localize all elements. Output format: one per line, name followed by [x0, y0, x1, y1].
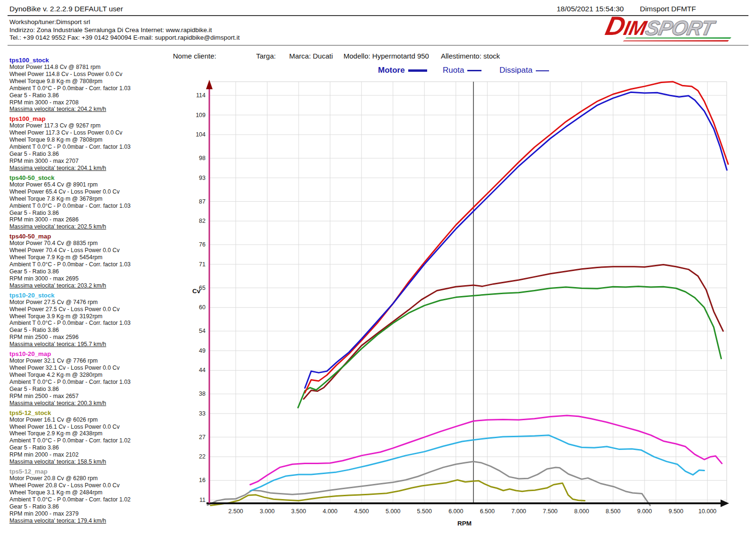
legend-line-swatch [536, 70, 549, 71]
run-detail-line: Ambient T 0.0°C - P 0.0mbar - Corr. fact… [9, 437, 165, 444]
run-detail-line: Wheel Torque 4.2 Kg·m @ 3280rpm [9, 372, 165, 379]
run-block-tps100_stock[interactable]: tps100_stockMotor Power 114.8 Cv @ 8781 … [9, 57, 165, 113]
run-block-tps10-20_map[interactable]: tps10-20_mapMotor Power 32.1 Cv @ 7766 r… [9, 350, 165, 407]
workshop-line2: Indirizzo: Zona Industriale Serralunga D… [9, 26, 240, 34]
run-title: tps40-50_map [9, 233, 165, 240]
run-detail-line: Motor Power 114.8 Cv @ 8781 rpm [9, 64, 165, 71]
run-block-tps10-20_stock[interactable]: tps10-20_stockMotor Power 27.5 Cv @ 7476… [9, 292, 165, 348]
run-title: tps10-20_map [9, 350, 165, 357]
run-detail-line: RPM min 3000 - max 2708 [9, 99, 165, 106]
legend-label: Ruota [443, 66, 464, 75]
dimsport-logo-text: DIMSPORT [603, 14, 716, 40]
legend-line-swatch [467, 70, 481, 71]
x-tick-label: 9.000 [637, 508, 652, 515]
run-block-tps5-12_stock[interactable]: tps5-12_stockMotor Power 16.1 Cv @ 6026 … [9, 409, 165, 466]
x-tick-label: 3.500 [291, 508, 306, 515]
run-max-speed-line: Massima velocita' teorica: 200.3 km/h [9, 400, 165, 407]
run-detail-line: Gear 5 - Ratio 3.86 [9, 386, 165, 393]
run-title: tps100_stock [9, 57, 165, 64]
run-block-tps5-12_map[interactable]: tps5-12_mapMotor Power 20.8 Cv @ 6280 rp… [9, 468, 165, 524]
y-tick-label: 93 [199, 175, 206, 181]
run-detail-line: RPM min 2500 - max 2596 [9, 334, 165, 341]
run-detail-line: Ambient T 0.0°C - P 0.0mbar - Corr. fact… [9, 85, 165, 92]
run-title: tps100_map [9, 115, 165, 122]
operator-name: Dimsport DFMTF [640, 5, 696, 13]
run-title: tps5-12_map [9, 468, 165, 475]
x-tick-label: 7.500 [543, 508, 558, 515]
field-targa: Targa: [256, 52, 276, 60]
run-max-speed-line: Massima velocita' teorica: 204.1 km/h [9, 165, 165, 172]
field-nome-cliente: Nome cliente: [173, 52, 216, 60]
x-axis-title: RPM [457, 520, 472, 527]
workshop-line1: Workshop/tuner:Dimsport srl [9, 18, 240, 26]
y-tick-label: 22 [199, 453, 206, 460]
run-max-speed-line: Massima velocita' teorica: 204.2 km/h [9, 106, 165, 113]
x-tick-label: 8.500 [606, 508, 620, 515]
workshop-info: Workshop/tuner:Dimsport srl Indirizzo: Z… [9, 18, 240, 42]
run-detail-line: Wheel Power 20.8 Cv - Loss Power 0.0 Cv [9, 482, 165, 489]
run-detail-line: RPM min 3000 - max 2695 [9, 275, 165, 282]
legend-item-motore[interactable]: Motore [378, 66, 427, 75]
run-detail-line: Wheel Power 27.5 Cv - Loss Power 0.0 Cv [9, 306, 165, 313]
run-detail-line: Motor Power 20.8 Cv @ 6280 rpm [9, 475, 165, 482]
dimsport-logo: DIMSPORT [606, 14, 730, 42]
run-detail-line: RPM min 2000 - max 2379 [9, 510, 165, 517]
app-title: DynoBike v. 2.2.2.9 DEFAULT user [9, 5, 123, 13]
run-detail-line: Ambient T 0.0°C - P 0.0mbar - Corr. fact… [9, 203, 165, 210]
curve-tps40-50_map[interactable] [304, 265, 723, 399]
x-tick-label: 8.000 [574, 508, 589, 515]
run-detail-line: RPM min 3000 - max 2707 [9, 158, 165, 165]
field-marca: Marca: Ducati [289, 52, 333, 60]
run-detail-line: Ambient T 0.0°C - P 0.0mbar - Corr. fact… [9, 379, 165, 386]
field-allestimento: Allestimento: stock [441, 52, 500, 60]
run-detail-line: Wheel Torque 7.8 Kg·m @ 3678rpm [9, 195, 165, 203]
run-detail-line: Ambient T 0.0°C - P 0.0mbar - Corr. fact… [9, 261, 165, 268]
logo-stripe-green [625, 37, 731, 39]
runs-panel: tps100_stockMotor Power 114.8 Cv @ 8781 … [9, 57, 165, 527]
run-detail-line: Wheel Torque 2.9 Kg·m @ 2438rpm [9, 430, 165, 437]
run-detail-line: Wheel Torque 9.8 Kg·m @ 7808rpm [9, 78, 165, 85]
run-detail-line: Gear 5 - Ratio 3.86 [9, 210, 165, 217]
y-axis-title: Cv [192, 288, 201, 295]
run-detail-line: Motor Power 32.1 Cv @ 7766 rpm [9, 357, 165, 364]
x-tick-label: 10.000 [698, 508, 716, 515]
run-max-speed-line: Massima velocita' teorica: 203.2 km/h [9, 282, 165, 289]
y-tick-label: 11 [199, 497, 206, 503]
run-block-tps40-50_map[interactable]: tps40-50_mapMotor Power 70.4 Cv @ 8835 r… [9, 233, 165, 289]
run-detail-line: Wheel Power 65.4 Cv - Loss Power 0.0 Cv [9, 188, 165, 195]
run-detail-line: Gear 5 - Ratio 3.86 [9, 151, 165, 158]
curve-tps100_map[interactable] [305, 82, 728, 393]
x-tick-label: 6.000 [448, 508, 463, 515]
run-max-speed-line: Massima velocita' teorica: 195.7 km/h [9, 341, 165, 348]
y-tick-label: 27 [199, 434, 206, 441]
x-axis-arrow [721, 500, 729, 507]
workshop-line3: Tel.: +39 0142 9552 Fax: +39 0142 940094… [9, 34, 240, 42]
x-tick-label: 7.000 [511, 508, 526, 515]
run-detail-line: Wheel Torque 7.9 Kg·m @ 5454rpm [9, 254, 165, 261]
x-tick-label: 5.500 [417, 508, 432, 515]
run-detail-line: RPM min 3000 - max 2686 [9, 216, 165, 223]
legend-label: Motore [378, 66, 405, 75]
y-tick-label: 38 [199, 390, 206, 397]
run-detail-line: Motor Power 117.3 Cv @ 9267 rpm [9, 122, 165, 129]
logo-stripes [623, 37, 731, 42]
dyno-chart-svg: 1116222733384449546065717682879398104109… [187, 77, 735, 534]
run-detail-line: Wheel Power 32.1 Cv - Loss Power 0.0 Cv [9, 364, 165, 372]
y-tick-label: 82 [199, 218, 206, 224]
run-detail-line: Motor Power 27.5 Cv @ 7476 rpm [9, 299, 165, 306]
run-detail-line: Ambient T 0.0°C - P 0.0mbar - Corr. fact… [9, 320, 165, 327]
y-tick-label: 44 [199, 367, 206, 373]
run-block-tps100_map[interactable]: tps100_mapMotor Power 117.3 Cv @ 9267 rp… [9, 115, 165, 171]
legend-item-ruota[interactable]: Ruota [443, 66, 481, 75]
curve-tps10-20_map[interactable] [250, 415, 722, 484]
run-detail-line: Wheel Power 70.4 Cv - Loss Power 0.0 Cv [9, 247, 165, 254]
run-block-tps40-50_stock[interactable]: tps40-50_stockMotor Power 65.4 Cv @ 8901… [9, 174, 165, 230]
y-axis-arrow [206, 80, 213, 89]
run-title: tps5-12_stock [9, 409, 165, 416]
run-detail-line: Gear 5 - Ratio 3.86 [9, 268, 165, 275]
run-detail-line: Wheel Torque 3.1 Kg·m @ 2484rpm [9, 489, 165, 496]
x-tick-label: 4.500 [354, 508, 369, 515]
run-detail-line: Motor Power 70.4 Cv @ 8835 rpm [9, 240, 165, 247]
logo-divider [8, 45, 748, 46]
legend-item-dissipata[interactable]: Dissipata [499, 66, 549, 75]
